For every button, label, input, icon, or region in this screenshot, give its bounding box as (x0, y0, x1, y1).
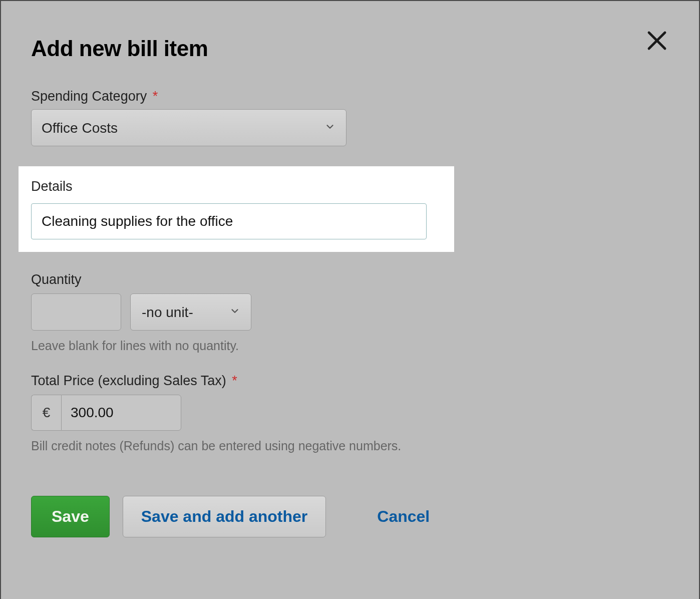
action-buttons: Save Save and add another Cancel (31, 496, 669, 537)
details-field: Details (19, 166, 454, 252)
quantity-input[interactable] (31, 293, 121, 331)
add-bill-item-modal: Add new bill item Spending Category * Of… (1, 1, 699, 599)
total-price-input[interactable] (61, 395, 181, 431)
currency-symbol: € (31, 395, 61, 431)
total-price-field: Total Price (excluding Sales Tax) * € Bi… (31, 373, 669, 453)
save-and-add-another-button[interactable]: Save and add another (123, 496, 326, 537)
required-marker: * (232, 373, 237, 388)
spending-category-field: Spending Category * Office Costs (31, 89, 669, 146)
quantity-field: Quantity -no unit- Leave blank for lines… (31, 272, 669, 353)
cancel-button[interactable]: Cancel (359, 496, 448, 537)
details-label: Details (31, 179, 442, 194)
modal-title: Add new bill item (31, 36, 669, 61)
total-price-label: Total Price (excluding Sales Tax) * (31, 373, 669, 389)
close-icon (645, 46, 669, 54)
spending-category-select[interactable]: Office Costs (31, 109, 346, 146)
save-button[interactable]: Save (31, 496, 110, 537)
quantity-hint: Leave blank for lines with no quantity. (31, 339, 669, 353)
spending-category-label-text: Spending Category (31, 89, 147, 104)
total-price-hint: Bill credit notes (Refunds) can be enter… (31, 439, 669, 453)
close-button[interactable] (645, 29, 669, 55)
required-marker: * (153, 89, 158, 104)
quantity-label: Quantity (31, 272, 669, 287)
details-input[interactable] (31, 203, 427, 239)
spending-category-label: Spending Category * (31, 89, 669, 104)
total-price-label-text: Total Price (excluding Sales Tax) (31, 373, 226, 388)
unit-select[interactable]: -no unit- (130, 293, 251, 331)
